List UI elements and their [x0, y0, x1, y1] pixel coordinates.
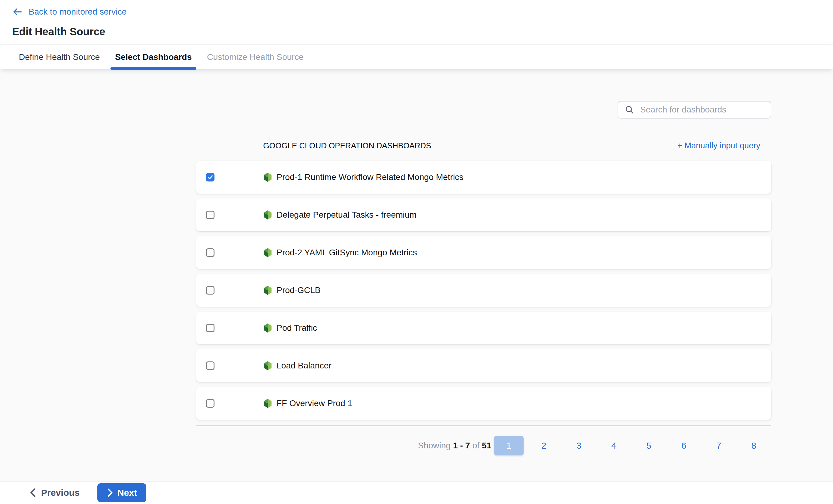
dashboard-label: Prod-1 Runtime Workflow Related Mongo Me…: [277, 172, 463, 182]
dashboard-label: Pod Traffic: [277, 323, 317, 333]
dashboard-label: Delegate Perpetual Tasks - freemium: [277, 210, 416, 220]
search-icon: [624, 105, 635, 115]
page-slot: 8: [736, 436, 771, 455]
dashboard-label: Load Balancer: [277, 361, 332, 371]
dashboard-search-box: [618, 101, 771, 119]
back-arrow-icon: [12, 7, 23, 17]
dashboard-checkbox[interactable]: [206, 211, 214, 219]
page-button[interactable]: 7: [716, 441, 721, 451]
dashboard-list: Prod-1 Runtime Workflow Related Mongo Me…: [196, 161, 771, 420]
page-slot: 3: [561, 436, 596, 455]
page-slot: 2: [526, 436, 561, 455]
wizard-tabbar: Define Health Source Select Dashboards C…: [0, 44, 833, 69]
page-button-active[interactable]: 1: [494, 436, 524, 455]
tab-customize-health-source[interactable]: Customize Health Source: [207, 45, 303, 69]
dashboard-checkbox[interactable]: [206, 248, 214, 257]
chevron-left-icon: [29, 488, 37, 497]
dashboard-label: Prod-GCLB: [277, 285, 321, 295]
pagination-summary: Showing 1 - 7 of 51: [418, 441, 491, 451]
dashboard-hexagon-icon: [263, 210, 272, 220]
page-button[interactable]: 5: [646, 441, 651, 451]
pagination-bar: Showing 1 - 7 of 51 12345678: [196, 436, 771, 455]
pagination-range: 1 - 7: [453, 441, 470, 450]
list-bottom-divider: [196, 425, 771, 426]
dashboard-hexagon-icon: [263, 398, 272, 408]
dashboard-row[interactable]: Pod Traffic: [196, 311, 771, 345]
dashboard-row[interactable]: Prod-2 YAML GitSync Mongo Metrics: [196, 236, 771, 269]
dashboard-row[interactable]: Load Balancer: [196, 349, 771, 382]
page-button[interactable]: 2: [541, 441, 546, 451]
dashboard-label: Prod-2 YAML GitSync Mongo Metrics: [277, 248, 417, 257]
page-button[interactable]: 6: [681, 441, 686, 451]
page-slot: 5: [631, 436, 666, 455]
content-area: GOOGLE CLOUD OPERATION DASHBOARDS + Manu…: [0, 69, 833, 481]
page-slot: 7: [701, 436, 736, 455]
footer-bar: Previous Next: [0, 481, 833, 504]
dashboard-checkbox[interactable]: [206, 324, 214, 332]
section-column-header: GOOGLE CLOUD OPERATION DASHBOARDS: [263, 141, 431, 150]
dashboard-row[interactable]: Prod-GCLB: [196, 274, 771, 307]
dashboard-checkbox[interactable]: [206, 286, 214, 295]
page-button[interactable]: 3: [576, 441, 581, 451]
search-input[interactable]: [640, 105, 765, 115]
dashboard-hexagon-icon: [263, 323, 272, 333]
page-slot: 4: [596, 436, 631, 455]
chevron-right-icon: [106, 488, 114, 497]
tab-select-dashboards[interactable]: Select Dashboards: [115, 45, 192, 69]
page-button[interactable]: 4: [611, 441, 616, 451]
back-link-label: Back to monitored service: [29, 7, 126, 17]
dashboard-hexagon-icon: [263, 285, 272, 296]
dashboard-row[interactable]: Delegate Perpetual Tasks - freemium: [196, 199, 771, 231]
tab-define-health-source[interactable]: Define Health Source: [19, 45, 100, 69]
page-slot: 1: [491, 436, 526, 455]
page-title: Edit Health Source: [12, 26, 833, 38]
edit-health-source-page: Back to monitored service Edit Health So…: [0, 0, 833, 504]
dashboard-checkbox[interactable]: [206, 173, 214, 181]
previous-button[interactable]: Previous: [29, 487, 80, 498]
back-to-monitored-service-link[interactable]: Back to monitored service: [12, 7, 126, 17]
dashboard-hexagon-icon: [263, 360, 272, 371]
page-header: Back to monitored service Edit Health So…: [0, 0, 833, 44]
manually-input-query-link[interactable]: + Manually input query: [677, 141, 760, 150]
page-button[interactable]: 8: [751, 441, 756, 451]
dashboard-checkbox[interactable]: [206, 399, 214, 408]
next-button[interactable]: Next: [97, 483, 146, 502]
list-header: GOOGLE CLOUD OPERATION DASHBOARDS + Manu…: [196, 141, 771, 150]
dashboard-label: FF Overview Prod 1: [277, 399, 352, 408]
dashboard-hexagon-icon: [263, 172, 272, 182]
page-slot: 6: [666, 436, 701, 455]
dashboard-hexagon-icon: [263, 248, 272, 258]
dashboard-row[interactable]: FF Overview Prod 1: [196, 387, 771, 420]
page-buttons: 12345678: [491, 436, 771, 455]
dashboard-row[interactable]: Prod-1 Runtime Workflow Related Mongo Me…: [196, 161, 771, 194]
pagination-total: 51: [482, 441, 491, 450]
dashboard-checkbox[interactable]: [206, 361, 214, 370]
